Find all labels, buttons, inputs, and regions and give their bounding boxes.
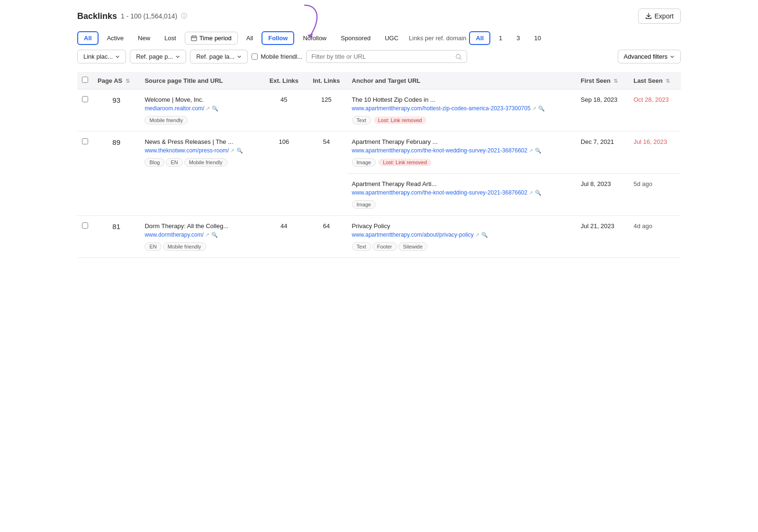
source-page-cell: News & Press Releases | The ...www.thekn… (140, 132, 262, 216)
anchor-url[interactable]: www.apartmenttherapy.com/hottest-zip-cod… (352, 105, 531, 112)
search-icon[interactable]: 🔍 (481, 232, 488, 238)
int-links-value: 64 (306, 216, 347, 258)
anchor-url[interactable]: www.apartmenttherapy.com/about/privacy-p… (352, 231, 474, 238)
external-link-icon[interactable]: ↗ (205, 232, 209, 238)
anchor-cell: Apartment Therapy Read Arti...www.apartm… (347, 174, 576, 216)
info-icon[interactable]: ⓘ (181, 12, 187, 20)
lost-tag: Lost: Link removed (374, 116, 426, 124)
ext-links-value: 44 (262, 216, 306, 258)
anchor-url[interactable]: www.apartmenttherapy.com/the-knot-weddin… (352, 147, 528, 154)
source-title: Dorm Therapy: All the Colleg... (144, 222, 257, 230)
select-all-checkbox-col[interactable] (77, 72, 93, 89)
sort-icon[interactable]: ⇅ (666, 78, 670, 84)
int-links-header: Int. Links (306, 72, 347, 89)
anchor-title: The 10 Hottest Zip Codes in ... (352, 96, 571, 103)
backlinks-table: Page AS ⇅ Source page Title and URL Ext.… (77, 72, 681, 258)
time-period-button[interactable]: Time period (185, 32, 238, 44)
anchor-tag: Text (352, 242, 371, 251)
search-bar[interactable] (306, 50, 467, 63)
anchor-url[interactable]: www.apartmenttherapy.com/the-knot-weddin… (352, 189, 528, 196)
export-icon (645, 13, 652, 19)
search-icon[interactable]: 🔍 (211, 232, 218, 238)
ext-links-value: 106 (262, 132, 306, 216)
per-domain-all-button[interactable]: All (469, 31, 490, 45)
chevron-down-icon (115, 54, 120, 59)
backlinks-count: 1 - 100 (1,564,014) (121, 12, 177, 20)
anchor-tag: Text (352, 116, 371, 124)
sponsored-button[interactable]: Sponsored (335, 32, 376, 44)
row-checkbox[interactable] (82, 222, 88, 229)
source-page-cell: Dorm Therapy: All the Colleg...www.dormt… (140, 216, 262, 258)
source-tag: Blog (144, 158, 164, 167)
anchor-title: Apartment Therapy Read Arti... (352, 180, 571, 187)
advanced-filters-button[interactable]: Advanced filters (618, 50, 681, 63)
per-domain-10-button[interactable]: 10 (529, 32, 547, 44)
search-icon[interactable]: 🔍 (538, 106, 545, 112)
mobile-friendly-input[interactable] (252, 53, 258, 60)
search-icon[interactable]: 🔍 (212, 106, 218, 112)
status-lost-button[interactable]: Lost (159, 32, 182, 44)
external-link-icon[interactable]: ↗ (206, 106, 210, 112)
last-seen-value: 5d ago (629, 174, 681, 216)
anchor-tag: Sitewide (398, 242, 428, 251)
ext-links-header: Ext. Links (262, 72, 306, 89)
source-tag: Mobile friendly (144, 116, 188, 124)
follow-button[interactable]: Follow (262, 31, 294, 45)
anchor-cell: Apartment Therapy February ...www.apartm… (347, 132, 576, 174)
search-input[interactable] (311, 53, 452, 60)
row-checkbox[interactable] (82, 138, 88, 144)
source-page-cell: Welcome | Move, Inc.mediaroom.realtor.co… (140, 89, 262, 132)
mobile-friendly-checkbox[interactable]: Mobile friendl... (252, 53, 302, 60)
status-all-button[interactable]: All (77, 31, 99, 45)
table-row: 93Welcome | Move, Inc.mediaroom.realtor.… (77, 89, 681, 132)
select-all-checkbox[interactable] (82, 77, 88, 83)
filter-row-1: All Active New Lost Time period All Foll… (77, 31, 681, 45)
link-placement-dropdown[interactable]: Link plac... (77, 50, 126, 63)
per-domain-3-button[interactable]: 3 (511, 32, 525, 44)
page-as-value: 93 (93, 89, 140, 132)
sort-icon[interactable]: ⇅ (614, 78, 618, 84)
svg-rect-1 (191, 36, 196, 41)
first-seen-value: Jul 8, 2023 (576, 174, 629, 216)
page-as-header: Page AS ⇅ (93, 72, 140, 89)
search-icon[interactable]: 🔍 (535, 190, 541, 196)
status-new-button[interactable]: New (132, 32, 156, 44)
chevron-down-icon (237, 54, 242, 59)
anchor-cell: Privacy Policywww.apartmenttherapy.com/a… (347, 216, 576, 258)
source-url[interactable]: mediaroom.realtor.com/ (144, 105, 204, 112)
last-seen-header: Last Seen ⇅ (629, 72, 681, 89)
calendar-icon (191, 35, 197, 41)
external-link-icon[interactable]: ↗ (532, 106, 536, 112)
source-url[interactable]: www.dormtherapy.com/ (144, 231, 203, 238)
anchor-cell: The 10 Hottest Zip Codes in ...www.apart… (347, 89, 576, 132)
per-domain-1-button[interactable]: 1 (493, 32, 508, 44)
search-icon[interactable]: 🔍 (535, 148, 541, 154)
status-active-button[interactable]: Active (101, 32, 129, 44)
first-seen-value: Dec 7, 2021 (576, 132, 629, 174)
ugc-button[interactable]: UGC (379, 32, 404, 44)
source-tag: EN (144, 242, 161, 251)
anchor-title: Privacy Policy (352, 222, 571, 230)
search-icon[interactable]: 🔍 (236, 148, 243, 154)
anchor-tag: Footer (372, 242, 397, 251)
int-links-value: 54 (306, 132, 347, 216)
ref-page-lang-dropdown[interactable]: Ref. page la... (190, 50, 248, 63)
external-link-icon[interactable]: ↗ (230, 148, 235, 154)
export-button[interactable]: Export (638, 9, 681, 24)
anchor-title: Apartment Therapy February ... (352, 138, 571, 145)
lost-tag: Lost: Link removed (379, 159, 431, 166)
first-seen-value: Sep 18, 2023 (576, 89, 629, 132)
source-url[interactable]: www.theknotww.com/press-room/ (144, 147, 229, 154)
nofollow-button[interactable]: Nofollow (297, 32, 332, 44)
row-checkbox[interactable] (82, 96, 88, 102)
chevron-down-icon (670, 54, 675, 59)
link-type-all-button[interactable]: All (241, 32, 259, 44)
sort-icon[interactable]: ⇅ (126, 78, 130, 84)
source-tag: Mobile friendly (163, 242, 206, 251)
page-header: Backlinks 1 - 100 (1,564,014) ⓘ Export (77, 9, 681, 24)
external-link-icon[interactable]: ↗ (475, 232, 479, 238)
page-as-value: 89 (93, 132, 140, 216)
external-link-icon[interactable]: ↗ (529, 148, 533, 154)
ref-page-power-dropdown[interactable]: Ref. page p... (130, 50, 186, 63)
external-link-icon[interactable]: ↗ (529, 190, 533, 196)
